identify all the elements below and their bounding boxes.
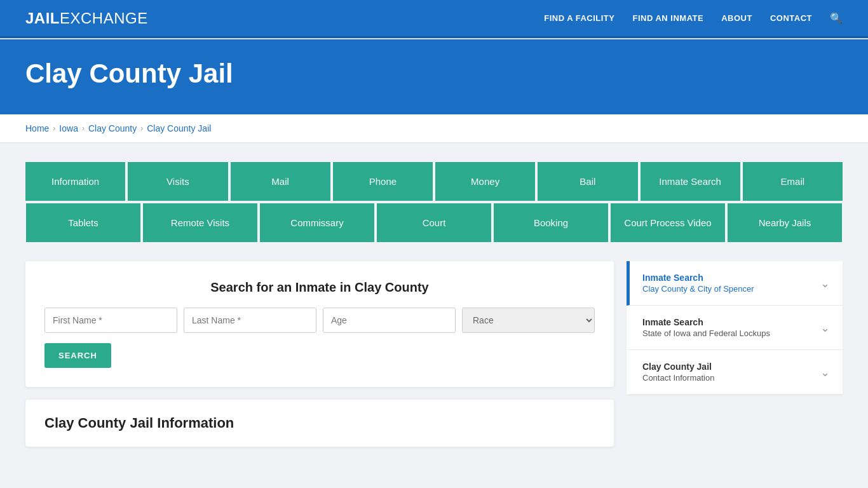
hero-section: Clay County Jail	[0, 39, 868, 114]
breadcrumb-sep-2: ›	[82, 124, 85, 133]
page-title: Clay County Jail	[25, 58, 843, 89]
btn-mail[interactable]: Mail	[231, 162, 330, 201]
nav-contact[interactable]: CONTACT	[770, 13, 812, 23]
btn-email[interactable]: Email	[743, 162, 843, 201]
sidebar-card-title-1: Inmate Search	[642, 273, 754, 283]
chevron-down-icon-2: ⌄	[820, 321, 830, 335]
sidebar-card-contact-info[interactable]: Clay County Jail Contact Information ⌄	[627, 350, 843, 395]
sidebar-card-title-3: Clay County Jail	[642, 362, 714, 372]
sidebar-card-subtitle-1: Clay County & City of Spencer	[642, 284, 754, 294]
breadcrumb-clay-county[interactable]: Clay County	[88, 123, 137, 133]
btn-court[interactable]: Court	[377, 203, 491, 242]
bottom-section: Search for an Inmate in Clay County Race…	[25, 261, 843, 447]
btn-nearby-jails[interactable]: Nearby Jails	[728, 203, 842, 242]
breadcrumb-sep-1: ›	[53, 124, 55, 133]
info-title: Clay County Jail Information	[44, 415, 595, 431]
site-header: JAILEXCHANGE FIND A FACILITY FIND AN INM…	[0, 0, 868, 38]
logo-jail: JAIL	[25, 10, 60, 27]
sidebar-card-inmate-search-clay[interactable]: Inmate Search Clay County & City of Spen…	[627, 261, 843, 306]
breadcrumb-iowa[interactable]: Iowa	[59, 123, 78, 133]
search-icon[interactable]: 🔍	[830, 12, 843, 24]
last-name-input[interactable]	[184, 308, 316, 333]
search-box: Search for an Inmate in Clay County Race…	[25, 261, 614, 387]
btn-money[interactable]: Money	[435, 162, 535, 201]
search-button[interactable]: SEARCH	[44, 343, 111, 368]
search-fields: Race White Black Hispanic Asian Other	[44, 308, 595, 333]
btn-inmate-search[interactable]: Inmate Search	[641, 162, 740, 201]
btn-information[interactable]: Information	[25, 162, 125, 201]
age-input[interactable]	[323, 308, 456, 333]
sidebar-card-title-2: Inmate Search	[642, 317, 770, 327]
race-select[interactable]: Race White Black Hispanic Asian Other	[462, 308, 595, 333]
site-logo[interactable]: JAILEXCHANGE	[25, 10, 148, 27]
chevron-down-icon-3: ⌄	[820, 365, 830, 379]
info-section: Clay County Jail Information	[25, 400, 614, 447]
btn-booking[interactable]: Booking	[494, 203, 608, 242]
breadcrumb-clay-county-jail[interactable]: Clay County Jail	[147, 123, 211, 133]
breadcrumb: Home › Iowa › Clay County › Clay County …	[25, 123, 843, 133]
btn-visits[interactable]: Visits	[128, 162, 227, 201]
btn-remote-visits[interactable]: Remote Visits	[143, 203, 257, 242]
chevron-down-icon-1: ⌄	[820, 276, 830, 290]
main-area: Information Visits Mail Phone Money Bail…	[0, 143, 868, 466]
main-nav: FIND A FACILITY FIND AN INMATE ABOUT CON…	[544, 12, 843, 24]
btn-phone[interactable]: Phone	[333, 162, 433, 201]
btn-commissary[interactable]: Commissary	[260, 203, 374, 242]
logo-exchange: EXCHANGE	[60, 10, 148, 27]
nav-find-inmate[interactable]: FIND AN INMATE	[632, 13, 703, 23]
btn-court-process-video[interactable]: Court Process Video	[611, 203, 725, 242]
sidebar-card-subtitle-3: Contact Information	[642, 373, 714, 383]
nav-find-facility[interactable]: FIND A FACILITY	[544, 13, 614, 23]
search-title: Search for an Inmate in Clay County	[44, 280, 595, 295]
sidebar-card-subtitle-2: State of Iowa and Federal Lockups	[642, 329, 770, 338]
btn-tablets[interactable]: Tablets	[26, 203, 140, 242]
breadcrumb-bar: Home › Iowa › Clay County › Clay County …	[0, 114, 868, 143]
breadcrumb-sep-3: ›	[140, 124, 143, 133]
breadcrumb-home[interactable]: Home	[25, 123, 49, 133]
nav-about[interactable]: ABOUT	[721, 13, 752, 23]
sidebar-card-inmate-search-iowa[interactable]: Inmate Search State of Iowa and Federal …	[627, 306, 843, 350]
btn-bail[interactable]: Bail	[538, 162, 637, 201]
nav-buttons-grid: Information Visits Mail Phone Money Bail…	[25, 162, 843, 242]
first-name-input[interactable]	[44, 308, 177, 333]
sidebar: Inmate Search Clay County & City of Spen…	[627, 261, 843, 395]
